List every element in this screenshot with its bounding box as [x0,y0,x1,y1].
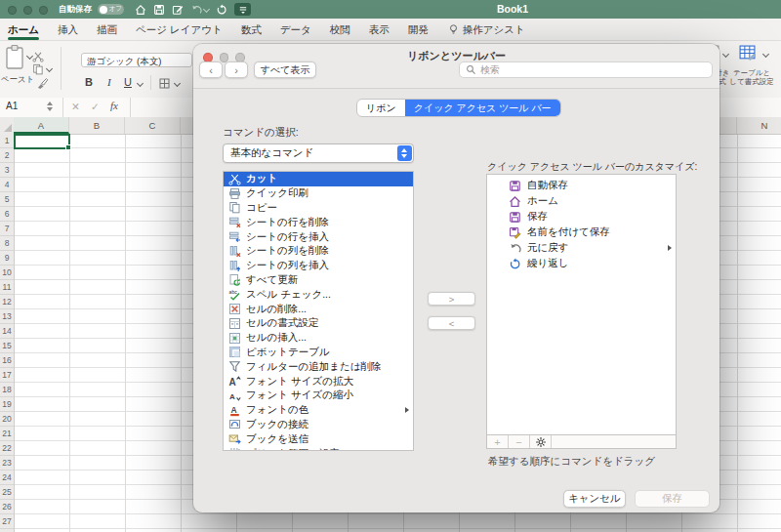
column-header[interactable]: C [125,117,181,134]
chevron-down-icon[interactable] [722,51,729,58]
command-item[interactable]: シートの行を削除 [224,215,413,229]
zoom-icon[interactable] [39,6,48,15]
ribbon-tab[interactable]: 開発 [408,19,429,41]
remove-button[interactable]: − [509,435,530,448]
ribbon-tab[interactable]: データ [280,19,311,41]
gear-icon[interactable] [530,435,552,448]
row-header[interactable]: 7 [0,222,14,236]
row-header[interactable]: 23 [0,456,14,471]
qat-item[interactable]: 繰り返し [487,256,676,271]
qat-item[interactable]: 保存 [487,209,676,225]
italic-button[interactable]: I [107,76,111,88]
close-icon[interactable] [8,6,17,15]
qat-item[interactable]: 名前を付けて保存 [487,225,676,240]
name-box[interactable]: A1 [6,101,18,111]
cancel-button[interactable]: キャンセル [563,490,626,508]
row-header[interactable]: 14 [0,324,14,339]
row-header[interactable]: 3 [0,163,14,178]
paste-icon[interactable] [4,44,25,75]
ribbon-tab[interactable]: 挿入 [58,19,78,41]
row-header[interactable]: 25 [0,485,14,500]
name-box-stepper[interactable] [47,102,53,111]
home-icon[interactable] [135,4,146,16]
selected-cell[interactable] [14,134,70,149]
save-icon[interactable] [153,4,165,16]
back-button[interactable]: ‹ [199,61,223,78]
ribbon-tab[interactable]: 操作アシスト [447,19,525,41]
cancel-icon[interactable]: ✕ [71,101,80,112]
forward-button[interactable]: › [225,61,248,78]
row-header[interactable]: 6 [0,207,14,222]
row-header[interactable]: 27 [0,514,14,529]
traffic-lights[interactable] [8,6,48,15]
select-all-corner[interactable] [0,117,15,134]
add-button[interactable]: + [487,435,509,448]
row-header[interactable]: 4 [0,178,14,192]
show-all-button[interactable]: すべて表示 [254,61,316,78]
command-item[interactable]: クイック印刷 [224,186,413,201]
command-item[interactable]: ブックの接続 [224,418,413,432]
insert-function-button[interactable]: fx [110,100,118,111]
command-category-dropdown[interactable]: 基本的なコマンド [223,143,414,163]
paste-label[interactable]: ペースト [0,74,35,86]
font-name-box[interactable]: 游ゴシック (本文) [81,53,192,67]
row-header[interactable]: 18 [0,383,14,397]
row-header[interactable]: 1 [0,134,14,148]
save-button[interactable]: 保存 [635,490,710,508]
column-header[interactable]: N [737,117,781,134]
command-item[interactable]: すべて更新 [224,273,413,288]
row-header[interactable]: 21 [0,427,14,441]
row-header[interactable]: 11 [0,280,14,295]
ribbon-tab[interactable]: 描画 [97,19,117,41]
enter-icon[interactable]: ✓ [91,101,100,112]
add-command-button[interactable]: > [428,292,475,306]
bold-button[interactable]: B [85,76,93,88]
format-as-table-icon[interactable] [739,45,756,65]
search-input[interactable]: 検索 [459,61,713,78]
row-header[interactable]: 5 [0,192,14,207]
command-item[interactable]: シートの行を挿入 [224,229,413,244]
minimize-icon[interactable] [23,6,32,15]
command-item[interactable]: シートの列を挿入 [224,259,413,273]
ribbon-tab[interactable]: ホーム [8,19,39,41]
row-header[interactable]: 2 [0,148,14,163]
chevron-down-icon[interactable] [762,51,769,58]
command-item[interactable]: ブックを送信 [224,431,413,446]
chevron-down-icon[interactable] [137,80,144,87]
row-header[interactable]: 22 [0,441,14,456]
row-header[interactable]: 13 [0,309,14,324]
remove-command-button[interactable]: < [428,316,475,330]
chevron-down-icon[interactable] [46,65,53,72]
command-item[interactable]: Aフォントの色 [224,403,413,418]
row-header[interactable]: 17 [0,368,14,383]
qat-item[interactable]: 元に戻す [487,240,676,256]
format-painter-icon[interactable] [36,76,49,94]
tab-ribbon[interactable]: リボン [357,100,405,116]
row-header[interactable]: 15 [0,339,14,353]
ribbon-tab[interactable]: 数式 [241,19,262,41]
column-header[interactable]: A [14,117,69,134]
format-as-table-label[interactable]: テーブルとして書式設定 [728,69,775,86]
command-item[interactable]: セルの書式設定 [224,316,413,331]
command-item[interactable]: カット [224,172,413,186]
row-header[interactable]: 16 [0,353,14,368]
row-header[interactable]: 24 [0,471,14,485]
qat-item[interactable]: ホーム [487,193,676,209]
command-item[interactable]: シートの列を削除 [224,244,413,259]
command-item[interactable]: Aフォント サイズの拡大 [224,374,413,389]
ribbon-tab[interactable]: 表示 [369,19,390,41]
command-item[interactable]: セルの挿入... [224,331,413,346]
qat-item[interactable]: 自動保存 [487,178,676,193]
row-header[interactable]: 20 [0,412,14,427]
command-item[interactable]: Aフォント サイズの縮小 [224,389,413,403]
chevron-down-icon[interactable] [174,80,181,87]
ribbon-tab[interactable]: ページ レイアウト [136,19,223,41]
autosave-toggle[interactable]: オフ [98,4,124,15]
command-item[interactable]: プリント範囲の設定 [224,446,413,451]
command-item[interactable]: セルの削除... [224,302,413,316]
command-item[interactable]: ピボットテーブル [224,346,413,360]
command-item[interactable]: フィルターの追加または削除 [224,359,413,374]
undo-icon[interactable] [190,4,209,16]
row-headers[interactable]: 1234567891011121314151617181920212223242… [0,134,15,532]
borders-icon[interactable] [158,76,171,94]
